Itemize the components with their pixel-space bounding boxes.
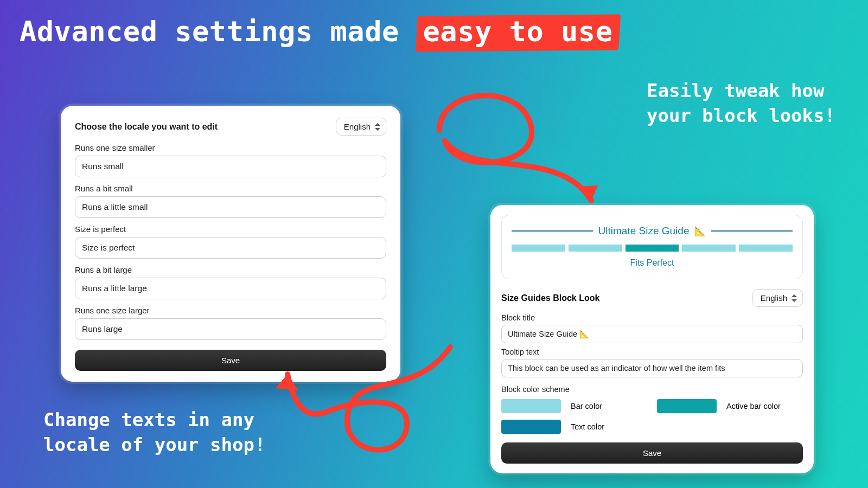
callout-change-texts: Change texts in any locale of your shop!	[43, 408, 265, 458]
bar-color-swatch[interactable]	[501, 399, 561, 413]
chevron-updown-icon	[792, 294, 797, 302]
block-look-card: Ultimate Size Guide 📐 Fits Perfect Size …	[490, 205, 814, 473]
preview-title: Ultimate Size Guide	[598, 225, 690, 237]
bar-color-label: Bar color	[571, 402, 647, 410]
ruler-icon: 📐	[694, 226, 706, 237]
field-runs-smaller-input[interactable]	[75, 156, 386, 177]
fit-bar-active	[626, 245, 679, 252]
block-look-title: Size Guides Block Look	[501, 293, 599, 303]
field-runs-bit-small-input[interactable]	[75, 196, 386, 218]
svg-marker-0	[578, 185, 598, 201]
active-bar-color-label: Active bar color	[726, 402, 803, 410]
fit-caption: Fits Perfect	[512, 258, 793, 268]
active-bar-color-swatch[interactable]	[657, 399, 717, 413]
callout-tweak-look: Easily tweak how your block looks!	[647, 79, 835, 129]
fit-bar	[569, 245, 622, 252]
scheme-label: Block color scheme	[501, 385, 803, 394]
locale-editor-title: Choose the locale you want to edit	[75, 122, 218, 132]
locale-select-value: English	[344, 122, 371, 131]
block-title-input[interactable]	[501, 325, 803, 343]
field-runs-larger-input[interactable]	[75, 318, 386, 340]
divider-line	[711, 230, 793, 232]
field-runs-bit-large-input[interactable]	[75, 278, 386, 299]
fit-bars	[512, 245, 793, 252]
block-title-label: Block title	[501, 313, 803, 322]
fit-bar	[682, 245, 736, 252]
divider-line	[512, 230, 593, 232]
field-label: Runs a bit large	[75, 265, 386, 274]
fit-bar	[739, 245, 793, 252]
text-color-label: Text color	[571, 422, 647, 431]
field-label: Size is perfect	[75, 224, 386, 234]
arrow-top-icon	[407, 65, 635, 228]
save-button[interactable]: Save	[75, 350, 386, 371]
fit-bar	[512, 245, 565, 252]
chevron-updown-icon	[375, 123, 380, 131]
hero-headline: Advanced settings made easy to use	[20, 15, 619, 51]
tooltip-input[interactable]	[501, 359, 803, 377]
locale-select[interactable]: English	[336, 118, 386, 136]
save-button[interactable]: Save	[501, 442, 803, 464]
field-size-perfect-input[interactable]	[75, 237, 386, 259]
size-guide-preview: Ultimate Size Guide 📐 Fits Perfect	[501, 215, 803, 279]
locale-editor-card: Choose the locale you want to edit Engli…	[61, 106, 400, 382]
field-label: Runs one size smaller	[75, 143, 386, 152]
hero-highlight: easy to use	[417, 15, 620, 51]
look-locale-select[interactable]: English	[752, 289, 803, 307]
tooltip-label: Tooltip text	[501, 348, 803, 356]
field-label: Runs a bit small	[75, 184, 386, 193]
text-color-swatch[interactable]	[501, 420, 561, 434]
locale-select-value: English	[761, 293, 787, 303]
field-label: Runs one size larger	[75, 306, 386, 315]
hero-prefix: Advanced settings made	[20, 15, 417, 48]
